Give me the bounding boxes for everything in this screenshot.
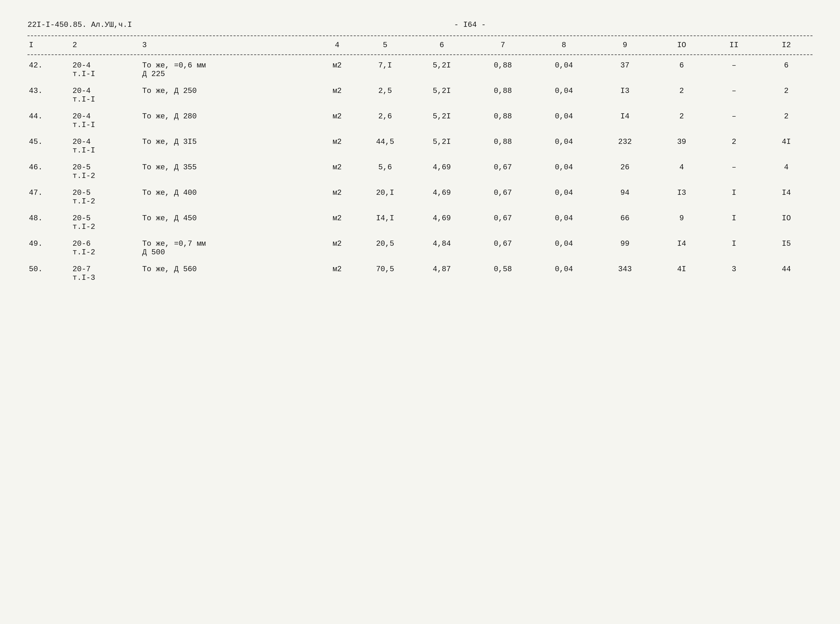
cell-col10: 39 <box>656 134 708 159</box>
cell-col5: 70,5 <box>359 261 411 286</box>
th-col8: 8 <box>533 38 594 53</box>
cell-col12: I4 <box>760 184 812 210</box>
header-right <box>808 21 812 29</box>
top-divider <box>28 36 812 36</box>
cell-num: 48. <box>28 210 71 235</box>
cell-col5: 7,I <box>359 57 411 83</box>
cell-col7: 0,88 <box>472 57 533 83</box>
cell-col5: 5,6 <box>359 159 411 184</box>
cell-col6: 5,2I <box>412 108 472 134</box>
cell-col5: 20,5 <box>359 235 411 261</box>
cell-col7: 0,67 <box>472 210 533 235</box>
cell-col12: 44 <box>760 261 812 286</box>
cell-desc: То же, =0,6 ммД 225 <box>141 57 316 83</box>
cell-col9: 99 <box>594 235 655 261</box>
data-table: 42.20-4т.I-IТо же, =0,6 ммД 225м27,I5,2I… <box>28 57 812 286</box>
cell-col4: м2 <box>316 83 359 108</box>
th-col4: 4 <box>316 38 359 53</box>
table-row: 50.20-7т.I-3То же, Д 560м270,54,870,580,… <box>28 261 812 286</box>
main-table: I 2 3 4 5 6 7 8 9 IO II I2 <box>28 38 812 53</box>
table-row: 43.20-4т.I-IТо же, Д 250м22,55,2I0,880,0… <box>28 83 812 108</box>
cell-col9: 37 <box>594 57 655 83</box>
cell-code: 20-4т.I-I <box>71 108 141 134</box>
cell-col8: 0,04 <box>533 57 594 83</box>
cell-col4: м2 <box>316 108 359 134</box>
cell-code: 20-6т.I-2 <box>71 235 141 261</box>
cell-col7: 0,58 <box>472 261 533 286</box>
th-col3: 3 <box>141 38 316 53</box>
cell-col11: – <box>708 83 760 108</box>
cell-col10: I3 <box>656 184 708 210</box>
table-row: 48.20-5т.I-2То же, Д 450м2I4,I4,690,670,… <box>28 210 812 235</box>
cell-col7: 0,88 <box>472 134 533 159</box>
th-col2: 2 <box>71 38 141 53</box>
cell-col11: 3 <box>708 261 760 286</box>
cell-col6: 5,2I <box>412 57 472 83</box>
cell-col11: 2 <box>708 134 760 159</box>
cell-col10: 6 <box>656 57 708 83</box>
cell-num: 49. <box>28 235 71 261</box>
cell-col10: 2 <box>656 108 708 134</box>
cell-col11: – <box>708 57 760 83</box>
cell-col9: I4 <box>594 108 655 134</box>
th-col9: 9 <box>594 38 655 53</box>
cell-desc: То же, Д 280 <box>141 108 316 134</box>
cell-col10: I4 <box>656 235 708 261</box>
cell-code: 20-5т.I-2 <box>71 184 141 210</box>
cell-code: 20-4т.I-I <box>71 83 141 108</box>
cell-col12: IO <box>760 210 812 235</box>
cell-col9: 94 <box>594 184 655 210</box>
cell-num: 46. <box>28 159 71 184</box>
cell-col10: 4I <box>656 261 708 286</box>
column-headers: I 2 3 4 5 6 7 8 9 IO II I2 <box>28 38 812 53</box>
table-row: 44.20-4т.I-IТо же, Д 280м22,65,2I0,880,0… <box>28 108 812 134</box>
cell-col12: 2 <box>760 108 812 134</box>
cell-col12: I5 <box>760 235 812 261</box>
th-col12: I2 <box>760 38 812 53</box>
cell-col4: м2 <box>316 184 359 210</box>
header-bottom-divider <box>28 54 812 55</box>
th-col11: II <box>708 38 760 53</box>
cell-col8: 0,04 <box>533 83 594 108</box>
page-container: 22I-I-450.85. Ал.УШ,ч.I - I64 - I 2 3 4 … <box>28 21 812 286</box>
cell-desc: То же, Д 250 <box>141 83 316 108</box>
cell-col4: м2 <box>316 134 359 159</box>
cell-col11: I <box>708 184 760 210</box>
cell-col12: 4 <box>760 159 812 184</box>
cell-code: 20-4т.I-I <box>71 134 141 159</box>
cell-num: 50. <box>28 261 71 286</box>
table-wrapper: I 2 3 4 5 6 7 8 9 IO II I2 <box>28 36 812 286</box>
header-center: - I64 - <box>454 21 486 29</box>
cell-col9: 232 <box>594 134 655 159</box>
cell-col6: 4,69 <box>412 184 472 210</box>
cell-col9: 66 <box>594 210 655 235</box>
cell-desc: То же, Д 355 <box>141 159 316 184</box>
th-col7: 7 <box>472 38 533 53</box>
cell-num: 43. <box>28 83 71 108</box>
table-row: 47.20-5т.I-2То же, Д 400м220,I4,690,670,… <box>28 184 812 210</box>
cell-col5: 20,I <box>359 184 411 210</box>
cell-col8: 0,04 <box>533 159 594 184</box>
cell-col11: I <box>708 235 760 261</box>
cell-col6: 5,2I <box>412 83 472 108</box>
table-row: 49.20-6т.I-2То же, =0,7 ммД 500м220,54,8… <box>28 235 812 261</box>
cell-col7: 0,67 <box>472 235 533 261</box>
cell-desc: То же, Д 400 <box>141 184 316 210</box>
cell-col9: I3 <box>594 83 655 108</box>
cell-code: 20-4т.I-I <box>71 57 141 83</box>
cell-col11: – <box>708 159 760 184</box>
cell-col5: I4,I <box>359 210 411 235</box>
cell-num: 47. <box>28 184 71 210</box>
cell-code: 20-5т.I-2 <box>71 159 141 184</box>
cell-col8: 0,04 <box>533 134 594 159</box>
cell-col6: 4,87 <box>412 261 472 286</box>
cell-num: 42. <box>28 57 71 83</box>
cell-col9: 26 <box>594 159 655 184</box>
cell-col6: 4,69 <box>412 159 472 184</box>
cell-col10: 9 <box>656 210 708 235</box>
th-col10: IO <box>656 38 708 53</box>
cell-col6: 5,2I <box>412 134 472 159</box>
cell-col4: м2 <box>316 235 359 261</box>
cell-col5: 2,5 <box>359 83 411 108</box>
cell-col8: 0,04 <box>533 210 594 235</box>
